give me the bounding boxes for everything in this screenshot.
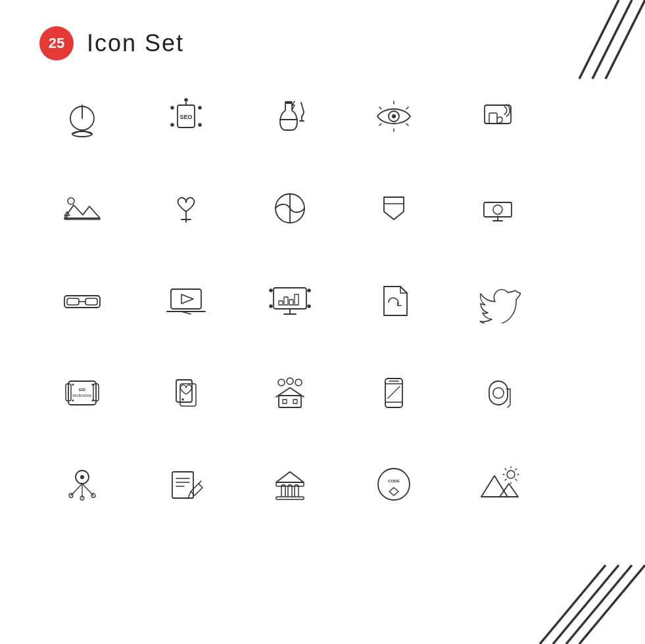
deco-lines-bottom xyxy=(527,539,645,644)
deco-lines-top xyxy=(566,0,645,131)
svg-line-85 xyxy=(388,386,400,398)
page-title: Icon Set xyxy=(87,30,184,57)
svg-point-41 xyxy=(493,205,502,214)
svg-point-16 xyxy=(199,106,201,109)
svg-line-112 xyxy=(505,469,506,470)
refresh-file-icon xyxy=(351,264,437,336)
eye-icon xyxy=(351,80,437,152)
page-header: 25 Icon Set xyxy=(0,0,645,74)
svg-rect-81 xyxy=(385,379,402,407)
svg-rect-32 xyxy=(489,113,497,124)
svg-point-59 xyxy=(270,289,272,292)
svg-text:CODE: CODE xyxy=(388,479,399,483)
svg-point-33 xyxy=(68,198,74,204)
twitter-icon xyxy=(455,264,540,336)
mountain-icon xyxy=(455,448,540,520)
svg-rect-80 xyxy=(293,400,297,403)
circle-slash-icon xyxy=(247,172,333,244)
svg-line-96 xyxy=(82,484,93,495)
svg-rect-31 xyxy=(485,105,511,124)
vr-glasses-icon xyxy=(39,264,125,336)
svg-text:♠: ♠ xyxy=(181,396,185,402)
svg-line-94 xyxy=(71,484,82,495)
touch-payment-icon xyxy=(455,80,540,152)
svg-rect-104 xyxy=(276,497,304,499)
presentation-icon xyxy=(247,264,333,336)
svg-point-60 xyxy=(270,305,272,308)
svg-line-101 xyxy=(188,492,191,498)
power-button-icon xyxy=(39,80,125,152)
svg-text:SEO: SEO xyxy=(179,114,192,120)
code-badge-icon: CODE xyxy=(351,448,437,520)
shield-icon xyxy=(351,172,437,244)
svg-point-11 xyxy=(72,131,92,137)
svg-point-107 xyxy=(507,471,515,478)
svg-line-5 xyxy=(553,565,619,644)
svg-point-24 xyxy=(392,114,396,118)
svg-line-27 xyxy=(379,107,381,109)
svg-line-29 xyxy=(379,124,381,126)
svg-line-28 xyxy=(406,124,408,126)
svg-line-4 xyxy=(566,565,632,644)
svg-point-75 xyxy=(278,379,285,386)
seo-tag-icon: SEO xyxy=(143,80,229,152)
svg-point-18 xyxy=(199,124,201,126)
video-laptop-icon xyxy=(143,264,229,336)
svg-line-30 xyxy=(406,107,408,109)
svg-text:MUBARAK: MUBARAK xyxy=(72,394,92,398)
svg-rect-58 xyxy=(295,294,299,305)
svg-line-6 xyxy=(540,565,606,644)
svg-point-17 xyxy=(171,124,174,126)
svg-text:✦: ✦ xyxy=(71,382,75,387)
svg-text:EID: EID xyxy=(79,388,86,392)
svg-rect-57 xyxy=(289,300,293,305)
toilet-paper-icon xyxy=(455,356,540,428)
svg-line-115 xyxy=(515,469,517,470)
svg-point-62 xyxy=(308,305,310,308)
museum-icon xyxy=(247,448,333,520)
heart-plant-icon xyxy=(143,172,229,244)
svg-point-61 xyxy=(308,289,310,292)
svg-line-102 xyxy=(199,481,201,484)
wine-bottle-icon xyxy=(247,80,333,152)
svg-point-15 xyxy=(171,106,174,109)
count-badge: 25 xyxy=(39,26,74,60)
svg-point-77 xyxy=(287,378,293,384)
svg-rect-78 xyxy=(279,396,301,407)
svg-rect-86 xyxy=(489,381,508,405)
icons-grid: SEO xyxy=(0,74,592,534)
eid-scroll-icon: EID MUBARAK ✦ ✦ ✦ ✦ xyxy=(39,356,125,428)
svg-point-87 xyxy=(493,388,504,398)
svg-rect-45 xyxy=(67,298,79,305)
svg-rect-73 xyxy=(180,384,196,406)
svg-text:✦: ✦ xyxy=(71,398,75,403)
svg-marker-49 xyxy=(181,294,193,304)
card-icon: ♠ xyxy=(143,356,229,428)
svg-line-113 xyxy=(515,479,517,480)
community-icon xyxy=(247,356,333,428)
money-hand-icon xyxy=(455,172,540,244)
svg-rect-48 xyxy=(171,289,201,309)
svg-line-114 xyxy=(505,479,506,480)
svg-line-3 xyxy=(579,565,645,644)
svg-rect-56 xyxy=(284,297,288,305)
person-network-icon xyxy=(39,448,125,520)
svg-rect-46 xyxy=(85,298,97,305)
svg-rect-52 xyxy=(274,288,306,309)
svg-point-76 xyxy=(295,379,302,386)
edit-list-icon xyxy=(143,448,229,520)
mobile-icon xyxy=(351,356,437,428)
svg-point-90 xyxy=(80,475,84,479)
landscape-icon xyxy=(39,172,125,244)
svg-point-19 xyxy=(185,99,187,101)
svg-rect-79 xyxy=(283,400,287,403)
svg-rect-55 xyxy=(279,301,283,305)
